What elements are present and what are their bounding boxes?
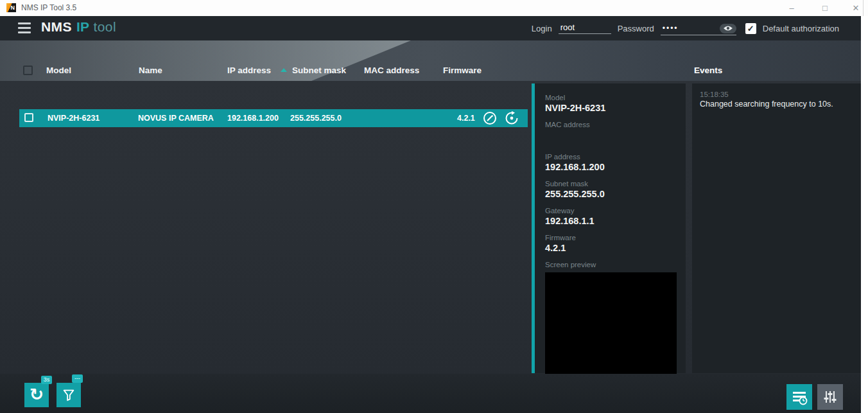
detail-label: Model xyxy=(545,94,677,101)
event-log-button[interactable] xyxy=(786,384,812,410)
events-panel-title: Events xyxy=(694,66,722,75)
edit-ip-button[interactable] xyxy=(483,111,497,125)
select-all-checkbox[interactable] xyxy=(23,66,33,75)
app-header-bar: NMSIPtool Login root Password •••• ✓ Def xyxy=(0,16,861,40)
column-header-subnet[interactable]: Subnet mask xyxy=(292,66,346,75)
restore-icon xyxy=(505,111,519,125)
detail-value: 4.2.1 xyxy=(545,243,677,254)
menu-hamburger-icon[interactable] xyxy=(18,22,31,33)
detail-value: 255.255.255.0 xyxy=(545,189,677,200)
event-message: Changed searching frequency to 10s. xyxy=(700,100,853,110)
column-header-model[interactable]: Model xyxy=(46,66,71,75)
default-authorization-checkbox[interactable]: ✓ xyxy=(745,23,756,34)
detail-label: Subnet mask xyxy=(545,180,677,188)
cell-model: NVIP-2H-6231 xyxy=(48,114,100,123)
detail-value: 192.168.1.1 xyxy=(545,216,677,227)
default-authorization-label: Default authorization xyxy=(763,24,839,33)
password-value: •••• xyxy=(663,24,679,33)
events-panel: 15:18:35 Changed searching frequency to … xyxy=(692,83,861,373)
show-password-button[interactable] xyxy=(720,24,736,33)
password-label: Password xyxy=(618,24,654,33)
auth-section: Login root Password •••• ✓ Default autho… xyxy=(532,16,839,40)
refresh-icon: ↻ xyxy=(30,386,44,403)
detail-label: Gateway xyxy=(545,207,677,215)
refresh-countdown-badge: 3s xyxy=(41,376,52,384)
column-header-firmware[interactable]: Firmware xyxy=(443,66,482,75)
bottom-toolbar: ↻ 3s --- xyxy=(0,374,861,413)
minimize-button[interactable]: – xyxy=(782,1,801,15)
logo-tool: tool xyxy=(94,19,116,34)
detail-value xyxy=(545,130,677,146)
table-header: Model Name IP address Subnet mask MAC ad… xyxy=(0,40,861,81)
cell-ip: 192.168.1.200 xyxy=(227,114,279,123)
cell-subnet: 255.255.255.0 xyxy=(290,114,342,123)
device-details-panel: Model NVIP-2H-6231 MAC address IP addres… xyxy=(532,83,686,373)
detail-value: 192.168.1.200 xyxy=(545,162,677,173)
window-titlebar: N NMS IP Tool 3.5 – □ ✕ xyxy=(0,0,868,16)
settings-button[interactable] xyxy=(817,384,843,410)
login-label: Login xyxy=(532,24,552,33)
row-checkbox[interactable] xyxy=(24,113,33,122)
eye-icon xyxy=(723,25,733,31)
cell-name: NOVUS IP CAMERA xyxy=(138,114,214,123)
main-content: NVIP-2H-6231 NOVUS IP CAMERA 192.168.1.2… xyxy=(0,81,861,374)
filter-status-badge: --- xyxy=(72,374,83,383)
edit-icon xyxy=(483,111,497,125)
restore-defaults-button[interactable] xyxy=(505,111,519,125)
filter-button[interactable] xyxy=(56,383,81,407)
detail-value: NVIP-2H-6231 xyxy=(545,103,677,114)
detail-label: MAC address xyxy=(545,121,677,128)
event-timestamp: 15:18:35 xyxy=(700,91,853,98)
app-window: N NMS IP Tool 3.5 – □ ✕ NMSIPtool Login … xyxy=(0,0,868,413)
window-border xyxy=(863,0,864,16)
app-icon: N xyxy=(6,3,16,12)
app-logo: NMSIPtool xyxy=(41,19,116,35)
screen-preview-label: Screen preview xyxy=(545,261,677,268)
column-header-mac[interactable]: MAC address xyxy=(364,66,419,75)
column-header-ip[interactable]: IP address xyxy=(227,66,271,75)
password-input[interactable]: •••• xyxy=(661,22,736,35)
detail-label: IP address xyxy=(545,153,677,161)
event-log-icon xyxy=(791,389,808,405)
detail-label: Firmware xyxy=(545,234,677,242)
screen-preview xyxy=(545,272,677,379)
table-row[interactable]: NVIP-2H-6231 NOVUS IP CAMERA 192.168.1.2… xyxy=(19,109,528,127)
filter-icon xyxy=(62,388,76,402)
cell-firmware: 4.2.1 xyxy=(457,114,475,123)
column-header-name[interactable]: Name xyxy=(139,66,162,75)
login-input[interactable]: root xyxy=(559,22,611,34)
maximize-button[interactable]: □ xyxy=(815,1,835,15)
sort-ascending-icon xyxy=(281,68,287,72)
settings-sliders-icon xyxy=(822,389,838,405)
event-item: 15:18:35 Changed searching frequency to … xyxy=(700,91,853,110)
window-title: NMS IP Tool 3.5 xyxy=(21,3,76,12)
logo-ip: IP xyxy=(76,19,90,34)
refresh-button[interactable]: ↻ xyxy=(24,383,49,407)
logo-nms: NMS xyxy=(41,19,72,34)
client-area: NMSIPtool Login root Password •••• ✓ Def xyxy=(0,16,861,413)
